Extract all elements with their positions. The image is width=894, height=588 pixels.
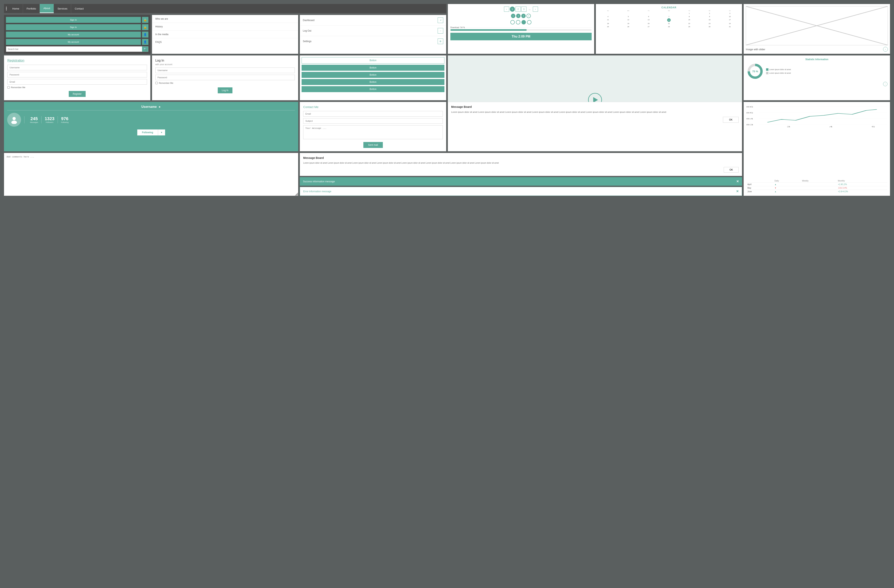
cal-cell[interactable]: 29 [679, 25, 699, 28]
nav-item-about[interactable]: About [40, 4, 54, 13]
cal-cell[interactable]: 27 [639, 25, 658, 28]
page-dots-btn[interactable]: ... [527, 6, 532, 12]
message-board: Message Board Lorem ipsum dolor sit amet… [448, 102, 742, 151]
send-mail-btn[interactable]: Sent mail [363, 142, 383, 148]
comment-textarea[interactable] [6, 155, 296, 173]
chart-row-weekly [801, 183, 837, 186]
chart-row-weekly [801, 190, 837, 193]
comment-corner-icon [295, 192, 298, 196]
cal-cell[interactable]: 31 [720, 25, 740, 28]
search-btn[interactable]: 🔍 [142, 47, 148, 52]
cal-cell[interactable]: 15 [679, 18, 699, 22]
radio-3[interactable] [521, 20, 526, 24]
login-btn[interactable]: Log In [218, 87, 232, 93]
register-btn[interactable]: Register [69, 91, 86, 97]
button-3[interactable]: Botton [302, 72, 444, 78]
cal-cell[interactable]: 26 [618, 25, 638, 28]
myaccount-icon-2[interactable]: 👤 [142, 39, 148, 45]
cal-cell[interactable]: 7 [659, 15, 679, 18]
prev-page-btn[interactable]: ‹ [504, 6, 509, 12]
signin-icon-1[interactable]: 🔒 [142, 17, 148, 23]
cal-cell[interactable]: 24 [720, 22, 740, 25]
cal-cell[interactable]: 25 [598, 25, 618, 28]
following-btn[interactable]: Following [137, 130, 158, 136]
remember-me-checkbox[interactable] [8, 86, 10, 89]
myaccount-btn-1[interactable]: My account [6, 32, 141, 38]
myaccount-btn-2[interactable]: My account [6, 39, 141, 45]
page-2-btn[interactable]: 2 [515, 6, 521, 12]
cal-cell[interactable]: 3 [720, 12, 740, 15]
radio-2[interactable] [516, 20, 520, 24]
cal-cell[interactable]: 28 [659, 25, 679, 28]
cal-cell[interactable]: 5 [618, 15, 638, 18]
signin-btn-2[interactable]: Sign In [6, 24, 141, 30]
error-close-btn[interactable]: ✕ [736, 190, 738, 193]
contact-subject-field[interactable] [303, 118, 443, 124]
password-field[interactable] [8, 72, 147, 77]
signin-btn-1[interactable]: Sign In [6, 17, 141, 23]
cal-cell[interactable]: 10 [720, 15, 740, 18]
nav-item-contact[interactable]: Contact [71, 4, 87, 13]
login-password-field[interactable] [156, 75, 295, 80]
username-field[interactable] [8, 65, 147, 70]
calendar-panel: CALENDAR SU MO TU WE TH FR SA 1234567891… [596, 4, 742, 54]
next-page-btn[interactable]: › [533, 6, 538, 12]
search-input[interactable] [6, 47, 142, 52]
navbar: Home Portfolio About Services Contact [4, 4, 446, 13]
button-2[interactable]: Botton [302, 65, 444, 71]
ok-btn-2[interactable]: OK [724, 167, 738, 173]
cal-cell[interactable]: 2 [699, 12, 720, 15]
cal-cell[interactable]: 20 [639, 22, 658, 25]
login-remember-checkbox[interactable] [156, 82, 158, 84]
cal-cell[interactable]: 14 [667, 18, 671, 22]
cal-cell[interactable]: 13 [639, 18, 658, 22]
cal-cell[interactable]: 6 [639, 15, 658, 18]
cal-cell[interactable]: 4 [598, 15, 618, 18]
dropdown-item-who[interactable]: Who we are [152, 15, 298, 23]
cal-cell[interactable]: 8 [679, 15, 699, 18]
cal-cell[interactable]: 21 [659, 22, 679, 25]
download-progress: Download 54 % [450, 26, 592, 31]
dropdown-item-faqs[interactable]: FAQS [152, 38, 298, 46]
page-1-btn[interactable]: 1 [510, 6, 515, 12]
nav-item-portfolio[interactable]: Portfolio [23, 4, 40, 13]
nav-item-home[interactable]: Home [9, 4, 23, 13]
signin-icon-2[interactable]: 🔒 [142, 24, 148, 30]
cal-cell[interactable]: 9 [699, 15, 720, 18]
success-close-btn[interactable]: ✕ [736, 179, 739, 183]
followers-stat: 1323 Followers [42, 116, 58, 123]
cal-cell[interactable]: 16 [699, 18, 720, 22]
radio-1[interactable] [510, 20, 515, 24]
cal-cell[interactable]: 17 [720, 18, 740, 22]
logout-item[interactable]: Log Out → [300, 26, 446, 36]
nav-item-services[interactable]: Services [54, 4, 71, 13]
button-4[interactable]: Botton [302, 79, 444, 85]
cal-cell[interactable]: 23 [699, 22, 720, 25]
slider-next-btn[interactable]: › [883, 47, 888, 52]
radio-4[interactable] [527, 20, 532, 24]
cal-cell[interactable]: 19 [618, 22, 638, 25]
button-1[interactable]: Botton [302, 57, 444, 63]
ok-btn[interactable]: OK [723, 117, 738, 123]
following-dropdown-btn[interactable]: ▼ [158, 130, 165, 136]
page-3-btn[interactable]: 3 [521, 6, 527, 12]
dashboard-item[interactable]: Dashboard ↗ [300, 15, 446, 26]
cal-cell[interactable]: 12 [618, 18, 638, 22]
step-1: 1 [511, 14, 515, 18]
contact-title: Contact Me [303, 105, 443, 109]
stats-next-btn[interactable]: › [883, 82, 888, 86]
dropdown-item-media[interactable]: In the media [152, 30, 298, 38]
cal-cell[interactable]: 11 [598, 18, 618, 22]
cal-cell[interactable]: 30 [699, 25, 720, 28]
contact-message-field[interactable] [303, 125, 443, 139]
myaccount-icon-1[interactable]: 👤 [142, 32, 148, 38]
contact-email-field[interactable] [303, 111, 443, 116]
cal-cell[interactable]: 22 [679, 22, 699, 25]
email-field[interactable] [8, 79, 147, 84]
cal-cell[interactable]: 1 [679, 12, 699, 15]
dropdown-item-history[interactable]: History [152, 23, 298, 30]
cal-cell[interactable]: 18 [598, 22, 618, 25]
settings-item[interactable]: Settings ⚙ [300, 36, 446, 47]
login-username-field[interactable] [156, 68, 295, 73]
button-5[interactable]: Botton [302, 86, 444, 92]
